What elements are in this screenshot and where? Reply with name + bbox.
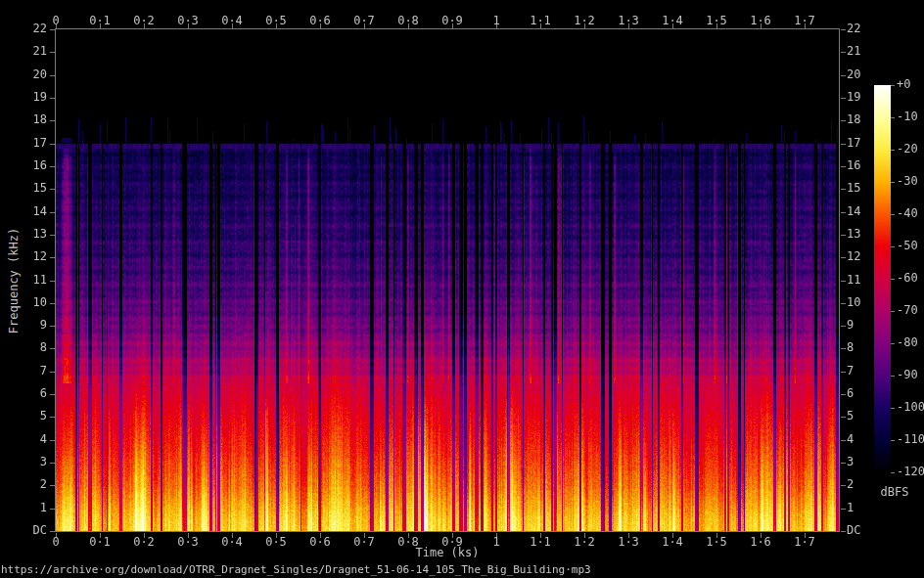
colorbar-tick-label: +0 (897, 78, 910, 91)
y-tick-label-right: 13 (847, 228, 860, 241)
y-tick-mark-right (841, 372, 846, 373)
colorbar-tick-mark (891, 246, 895, 247)
y-tick-label-right: 15 (847, 182, 860, 195)
colorbar-tick-mark (891, 440, 895, 441)
colorbar-tick-label: -100 (897, 401, 924, 414)
y-tick-label-right: 7 (847, 365, 854, 378)
colorbar-tick-mark (891, 376, 895, 377)
colorbar-tick-mark (891, 214, 895, 215)
x-tick-mark-bottom (364, 533, 365, 538)
x-tick-label-top: 0·5 (259, 15, 293, 27)
y-tick-label-right: 2 (847, 478, 854, 491)
y-tick-label-left: 17 (0, 137, 47, 150)
x-tick-mark-bottom (320, 533, 321, 538)
colorbar-tick-label: -110 (897, 433, 924, 446)
colorbar-tick-label: -50 (897, 240, 918, 252)
colorbar-tick-mark (891, 117, 895, 118)
colorbar-unit-label: dBFS (861, 485, 924, 499)
y-tick-mark-right (841, 531, 846, 532)
y-tick-label-right: 22 (847, 22, 860, 35)
colorbar-tick-mark (891, 279, 895, 280)
x-tick-mark-bottom (452, 533, 453, 538)
colorbar-tick-mark (891, 85, 895, 86)
x-tick-label-top: 1·7 (788, 15, 821, 27)
x-axis-title: Time (ks) (56, 546, 839, 559)
y-tick-label-right: 11 (847, 274, 860, 287)
y-tick-mark-right (841, 75, 846, 76)
y-tick-label-left: 16 (0, 159, 47, 172)
source-url: https://archive·org/download/OTRR_Dragne… (1, 563, 591, 576)
y-tick-mark-right (841, 281, 846, 282)
spectrogram-page: Frequency (kHz) 000·10·10·20·20·30·30·40… (0, 0, 924, 578)
x-tick-mark-bottom (672, 533, 673, 538)
colorbar-tick-mark (891, 343, 895, 344)
colorbar-tick-mark (891, 408, 895, 409)
y-tick-label-right: 20 (847, 68, 860, 81)
x-tick-label-top: 1·5 (700, 15, 733, 27)
y-tick-label-right: 19 (847, 91, 860, 104)
y-tick-mark-right (841, 417, 846, 418)
y-tick-mark-right (841, 509, 846, 510)
colorbar-tick-label: -30 (897, 175, 918, 188)
x-tick-mark-bottom (716, 533, 717, 538)
y-tick-label-left: 8 (0, 341, 47, 354)
y-tick-label-left: 7 (0, 365, 47, 378)
colorbar-tick-label: -10 (897, 111, 918, 123)
y-tick-label-right: 16 (847, 159, 860, 172)
x-tick-mark-bottom (584, 533, 585, 538)
colorbar-tick-label: -60 (897, 272, 918, 285)
y-tick-mark-right (841, 257, 846, 258)
x-tick-label-top: 1·2 (568, 15, 601, 27)
y-tick-label-left: 14 (0, 205, 47, 218)
y-tick-mark-right (841, 212, 846, 213)
colorbar-tick-mark (891, 150, 895, 151)
y-tick-label-right: 14 (847, 205, 860, 218)
x-tick-label-top: 0·6 (303, 15, 337, 27)
x-tick-mark-bottom (276, 533, 277, 538)
x-tick-label-top: 0·2 (127, 15, 161, 27)
y-tick-label-right: 18 (847, 113, 860, 126)
y-tick-label-left: 20 (0, 68, 47, 81)
y-tick-label-left: DC (0, 524, 47, 537)
y-tick-mark-right (841, 29, 846, 30)
y-tick-mark-right (841, 52, 846, 53)
x-tick-label-top: 0 (39, 15, 72, 27)
y-tick-label-left: 19 (0, 91, 47, 104)
y-tick-label-right: DC (847, 524, 860, 537)
x-tick-mark-bottom (188, 533, 189, 538)
colorbar-tick-mark (891, 182, 895, 183)
y-tick-label-right: 21 (847, 45, 860, 58)
y-tick-label-right: 9 (847, 319, 854, 332)
x-tick-mark-bottom (761, 533, 762, 538)
x-tick-mark-bottom (56, 533, 57, 538)
y-tick-label-left: 15 (0, 182, 47, 195)
x-tick-mark-bottom (232, 533, 233, 538)
x-tick-mark-bottom (496, 533, 497, 538)
y-tick-label-right: 5 (847, 410, 854, 422)
x-tick-mark-bottom (144, 533, 145, 538)
y-tick-label-left: 21 (0, 45, 47, 58)
y-tick-label-right: 4 (847, 433, 854, 446)
plot-border (55, 28, 840, 532)
x-tick-label-top: 1·4 (656, 15, 689, 27)
y-tick-mark-right (841, 98, 846, 99)
y-tick-mark-right (841, 440, 846, 441)
y-tick-label-right: 12 (847, 250, 860, 263)
y-tick-label-left: 5 (0, 410, 47, 422)
x-tick-label-top: 1·3 (612, 15, 645, 27)
x-tick-mark-bottom (408, 533, 409, 538)
x-tick-mark-bottom (100, 533, 101, 538)
y-tick-mark-right (841, 348, 846, 349)
y-tick-mark-right (841, 303, 846, 304)
colorbar-tick-label: -120 (897, 466, 924, 478)
y-tick-mark-right (841, 485, 846, 486)
y-tick-mark-right (841, 166, 846, 167)
y-tick-label-right: 1 (847, 502, 854, 514)
y-tick-label-right: 17 (847, 137, 860, 150)
y-tick-mark-right (841, 144, 846, 145)
x-tick-label-top: 0·9 (436, 15, 469, 27)
y-tick-mark-right (841, 189, 846, 190)
y-axis-title: Frequency (kHz) (7, 228, 21, 333)
y-tick-label-left: 2 (0, 478, 47, 491)
y-tick-mark-right (841, 394, 846, 395)
